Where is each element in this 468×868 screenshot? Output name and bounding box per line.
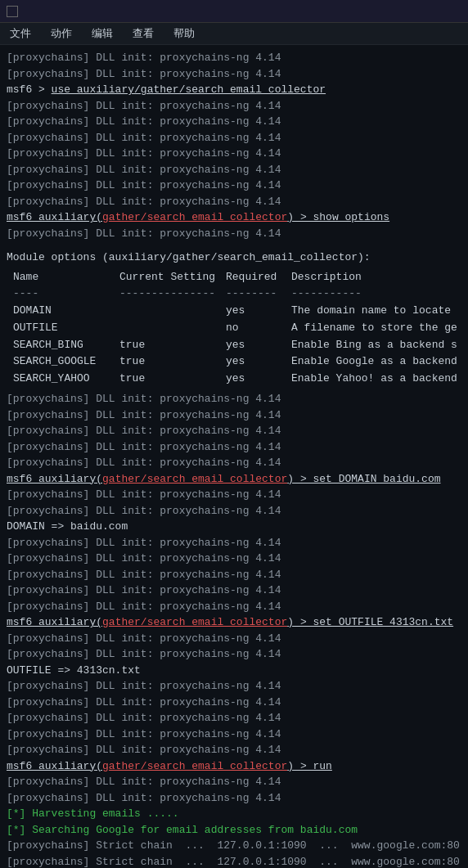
terminal-line: [proxychains] DLL init: proxychains-ng 4…: [7, 646, 461, 663]
terminal-line: [proxychains] DLL init: proxychains-ng 4…: [7, 599, 461, 615]
terminal: [proxychains] DLL init: proxychains-ng 4…: [0, 45, 468, 868]
terminal-line: msf6 > use auxiliary/gather/search_email…: [7, 82, 461, 98]
table-row: DOMAINyesThe domain name to locate: [13, 303, 461, 320]
terminal-line: [proxychains] DLL init: proxychains-ng 4…: [7, 162, 461, 178]
terminal-line: [proxychains] DLL init: proxychains-ng 4…: [7, 146, 461, 162]
menu-item-文件[interactable]: 文件: [7, 25, 34, 43]
terminal-line: [proxychains] DLL init: proxychains-ng 4…: [7, 130, 461, 146]
terminal-line: [proxychains] DLL init: proxychains-ng 4…: [7, 774, 461, 790]
options-title: Module options (auxiliary/gather/search_…: [7, 250, 461, 266]
terminal-line: [*] Searching Google for email addresses…: [7, 822, 461, 839]
terminal-line: [proxychains] DLL init: proxychains-ng 4…: [7, 423, 461, 439]
menu-item-编辑[interactable]: 编辑: [88, 25, 116, 43]
options-table: NameCurrent SettingRequiredDescription--…: [7, 269, 461, 389]
terminal-line: [proxychains] DLL init: proxychains-ng 4…: [7, 66, 461, 83]
terminal-line: [proxychains] DLL init: proxychains-ng 4…: [7, 391, 461, 407]
terminal-line: [proxychains] DLL init: proxychains-ng 4…: [7, 678, 461, 695]
title-bar-left: [7, 6, 18, 17]
terminal-line: [proxychains] DLL init: proxychains-ng 4…: [7, 631, 461, 647]
terminal-line: [proxychains] DLL init: proxychains-ng 4…: [7, 194, 461, 210]
terminal-line: [proxychains] DLL init: proxychains-ng 4…: [7, 551, 461, 567]
terminal-line: [proxychains] DLL init: proxychains-ng 4…: [7, 567, 461, 583]
terminal-line: [proxychains] DLL init: proxychains-ng 4…: [7, 582, 461, 599]
terminal-line: [proxychains] DLL init: proxychains-ng 4…: [7, 178, 461, 194]
terminal-line: [proxychains] DLL init: proxychains-ng 4…: [7, 226, 461, 242]
terminal-line: msf6 auxiliary(gather/search_email_colle…: [7, 209, 461, 226]
terminal-line: msf6 auxiliary(gather/search_email_colle…: [7, 758, 461, 775]
terminal-line: [proxychains] DLL init: proxychains-ng 4…: [7, 503, 461, 519]
menu-item-查看[interactable]: 查看: [129, 25, 157, 43]
table-row: OUTFILEnoA filename to store the ge: [13, 320, 461, 337]
title-bar: [0, 0, 468, 23]
terminal-line: [proxychains] DLL init: proxychains-ng 4…: [7, 487, 461, 503]
window-checkbox[interactable]: [7, 6, 18, 17]
table-row: SEARCH_GOOGLEtrueyesEnable Google as a b…: [13, 353, 461, 371]
terminal-line: [proxychains] DLL init: proxychains-ng 4…: [7, 407, 461, 424]
terminal-line: [proxychains] DLL init: proxychains-ng 4…: [7, 742, 461, 758]
menu-item-帮助[interactable]: 帮助: [170, 25, 198, 43]
terminal-line: [proxychains] Strict chain ... 127.0.0.1…: [7, 838, 461, 854]
terminal-line: [proxychains] DLL init: proxychains-ng 4…: [7, 695, 461, 711]
terminal-line: msf6 auxiliary(gather/search_email_colle…: [7, 471, 461, 488]
terminal-line: msf6 auxiliary(gather/search_email_colle…: [7, 614, 461, 631]
terminal-line: [proxychains] DLL init: proxychains-ng 4…: [7, 98, 461, 115]
terminal-line: [proxychains] DLL init: proxychains-ng 4…: [7, 455, 461, 471]
table-header-row: NameCurrent SettingRequiredDescription: [13, 269, 461, 286]
menu-bar: 文件动作编辑查看帮助: [0, 23, 468, 45]
terminal-line: [proxychains] Strict chain ... 127.0.0.1…: [7, 854, 461, 868]
terminal-line: [proxychains] DLL init: proxychains-ng 4…: [7, 710, 461, 726]
terminal-line: [*] Harvesting emails .....: [7, 806, 461, 822]
menu-item-动作[interactable]: 动作: [47, 25, 75, 43]
table-divider-row: --------------------------------------: [13, 286, 461, 303]
terminal-line: [proxychains] DLL init: proxychains-ng 4…: [7, 726, 461, 743]
terminal-line: [proxychains] DLL init: proxychains-ng 4…: [7, 50, 461, 66]
terminal-line: [proxychains] DLL init: proxychains-ng 4…: [7, 114, 461, 130]
table-row: SEARCH_YAHOOtrueyesEnable Yahoo! as a ba…: [13, 371, 461, 388]
terminal-line: OUTFILE => 4313cn.txt: [7, 663, 461, 679]
terminal-line: [proxychains] DLL init: proxychains-ng 4…: [7, 535, 461, 551]
table-row: SEARCH_BINGtrueyesEnable Bing as a backe…: [13, 337, 461, 354]
terminal-line: DOMAIN => baidu.com: [7, 519, 461, 535]
terminal-line: [proxychains] DLL init: proxychains-ng 4…: [7, 790, 461, 807]
terminal-line: [proxychains] DLL init: proxychains-ng 4…: [7, 439, 461, 456]
